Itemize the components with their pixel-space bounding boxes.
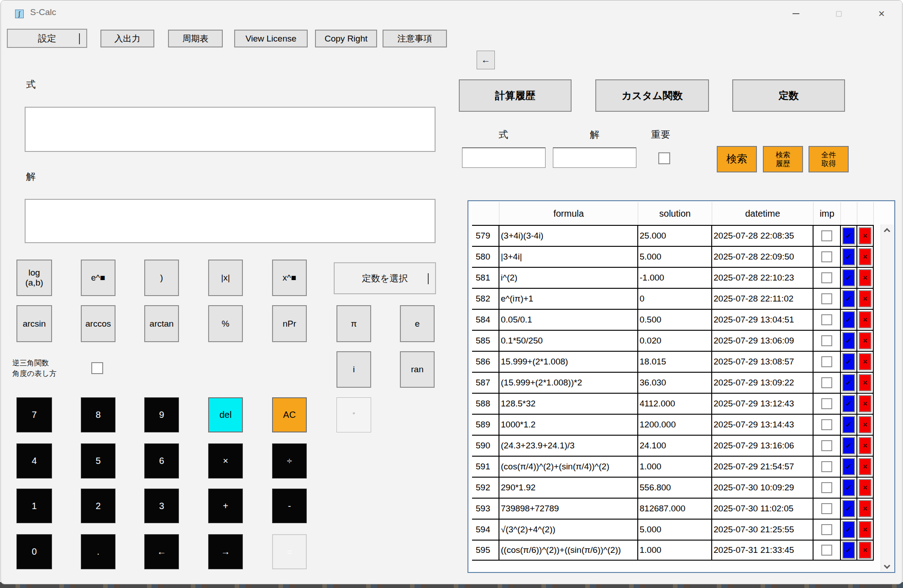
table-row[interactable]: 595((cos(π/6))^(2))+((sin(π/6))^(2))1.00… xyxy=(472,540,874,561)
key-larr-button[interactable]: ← xyxy=(144,534,179,569)
imp-checkbox[interactable] xyxy=(821,461,832,472)
table-row[interactable]: 58615.999+(2*1.008)18.0152025-07-29 13:0… xyxy=(472,351,874,372)
toolbar-view-license-button[interactable]: View License xyxy=(234,30,308,47)
key-add-button[interactable]: + xyxy=(208,489,243,523)
key-del-button[interactable]: del xyxy=(208,397,243,432)
confirm-button[interactable]: ✓ xyxy=(842,479,855,496)
confirm-button[interactable]: ✓ xyxy=(842,311,855,328)
table-row[interactable]: 590(24.3+23.9+24.1)/324.1002025-07-29 13… xyxy=(472,435,874,456)
key-k8-button[interactable]: 8 xyxy=(81,397,116,432)
key-eq-button[interactable]: = xyxy=(272,534,307,569)
toolbar-notes-button[interactable]: 注意事項 xyxy=(383,30,447,47)
table-row[interactable]: 580|3+4i|5.0002025-07-28 22:09:50✓× xyxy=(472,246,874,267)
delete-button[interactable]: × xyxy=(859,541,872,559)
key-arctan-button[interactable]: arctan xyxy=(144,305,179,342)
table-row[interactable]: 5840.05/0.10.5002025-07-29 13:04:51✓× xyxy=(472,309,874,330)
table-row[interactable]: 593739898+72789812687.0002025-07-30 11:0… xyxy=(472,498,874,519)
table-row[interactable]: 5891000*1.21200.0002025-07-29 13:14:43✓× xyxy=(472,414,874,435)
key-k9-button[interactable]: 9 xyxy=(144,397,179,432)
key-arccos-button[interactable]: arccos xyxy=(81,305,116,342)
key-npr-button[interactable]: nPr xyxy=(272,305,307,342)
minimize-button[interactable] xyxy=(782,6,809,21)
table-row[interactable]: 587(15.999+(2*1.008))*236.0302025-07-29 … xyxy=(472,372,874,393)
key-k2-button[interactable]: 2 xyxy=(81,489,116,523)
search-formula-input[interactable] xyxy=(462,147,546,168)
table-row[interactable]: 5850.1*50/2500.0202025-07-29 13:06:09✓× xyxy=(472,330,874,351)
delete-button[interactable]: × xyxy=(859,437,872,454)
delete-button[interactable]: × xyxy=(859,374,872,391)
imp-checkbox[interactable] xyxy=(821,356,832,367)
key-log-button[interactable]: log (a,b) xyxy=(16,260,52,296)
key-mul-button[interactable]: × xyxy=(208,443,243,479)
key-sub-button[interactable]: - xyxy=(272,489,307,523)
key-div-button[interactable]: ÷ xyxy=(272,443,307,479)
search-button[interactable]: 検索 xyxy=(717,146,757,172)
key-dot-button[interactable]: . xyxy=(81,534,116,569)
delete-button[interactable]: × xyxy=(859,227,872,245)
toolbar-copyright-button[interactable]: Copy Right xyxy=(315,30,377,47)
delete-button[interactable]: × xyxy=(859,416,872,433)
nav-custom-functions-button[interactable]: カスタム関数 xyxy=(595,79,709,112)
key-k6-button[interactable]: 6 xyxy=(144,443,179,479)
confirm-button[interactable]: ✓ xyxy=(842,332,855,349)
scroll-down-icon[interactable] xyxy=(884,562,890,569)
imp-checkbox[interactable] xyxy=(821,230,832,241)
scroll-up-icon[interactable] xyxy=(884,228,890,234)
imp-checkbox[interactable] xyxy=(821,440,832,451)
key-k5-button[interactable]: 5 xyxy=(81,443,116,479)
search-important-checkbox[interactable] xyxy=(658,152,670,164)
table-row[interactable]: 592290*1.92556.8002025-07-30 10:09:29✓× xyxy=(472,477,874,498)
confirm-button[interactable]: ✓ xyxy=(842,458,855,475)
table-row[interactable]: 594√(3^(2)+4^(2))5.0002025-07-30 21:25:5… xyxy=(472,519,874,540)
maximize-button[interactable] xyxy=(825,6,852,21)
delete-button[interactable]: × xyxy=(859,311,872,328)
confirm-button[interactable]: ✓ xyxy=(842,395,855,412)
confirm-button[interactable]: ✓ xyxy=(842,290,855,307)
search-history-button[interactable]: 検索 履歴 xyxy=(763,146,803,172)
close-button[interactable]: × xyxy=(868,6,895,21)
key-ac-button[interactable]: AC xyxy=(272,397,307,432)
confirm-button[interactable]: ✓ xyxy=(842,248,855,265)
fetch-all-button[interactable]: 全件 取得 xyxy=(808,146,849,172)
key-abs-button[interactable]: |x| xyxy=(208,260,243,296)
imp-checkbox[interactable] xyxy=(821,545,832,556)
angle-mode-checkbox[interactable] xyxy=(91,362,103,374)
formula-input[interactable] xyxy=(25,107,436,152)
key-e-button[interactable]: e xyxy=(400,305,435,342)
key-k1-button[interactable]: 1 xyxy=(16,489,52,523)
key-deg-button[interactable]: ° xyxy=(336,397,371,432)
solution-output[interactable] xyxy=(25,199,436,243)
key-pi-button[interactable]: π xyxy=(336,305,371,342)
back-button[interactable]: ← xyxy=(477,51,495,69)
table-row[interactable]: 582e^(iπ)+102025-07-28 22:11:02✓× xyxy=(472,288,874,309)
nav-constants-button[interactable]: 定数 xyxy=(732,79,845,112)
imp-checkbox[interactable] xyxy=(821,398,832,409)
key-ran-button[interactable]: ran xyxy=(400,351,435,388)
confirm-button[interactable]: ✓ xyxy=(842,353,855,370)
table-row[interactable]: 588128.5*324112.0002025-07-29 13:12:43✓× xyxy=(472,393,874,414)
key-pct-button[interactable]: % xyxy=(208,305,243,342)
imp-checkbox[interactable] xyxy=(821,482,832,493)
key-arcsin-button[interactable]: arcsin xyxy=(16,305,52,342)
key-k4-button[interactable]: 4 xyxy=(16,443,52,479)
key-epow-button[interactable]: e^■ xyxy=(81,260,116,296)
imp-checkbox[interactable] xyxy=(821,314,832,325)
confirm-button[interactable]: ✓ xyxy=(842,541,855,559)
delete-button[interactable]: × xyxy=(859,332,872,349)
delete-button[interactable]: × xyxy=(859,458,872,475)
key-k3-button[interactable]: 3 xyxy=(144,489,179,523)
table-row[interactable]: 581i^(2)-1.0002025-07-28 22:10:23✓× xyxy=(472,267,874,288)
confirm-button[interactable]: ✓ xyxy=(842,416,855,433)
delete-button[interactable]: × xyxy=(859,248,872,265)
confirm-button[interactable]: ✓ xyxy=(842,500,855,517)
imp-checkbox[interactable] xyxy=(821,251,832,262)
delete-button[interactable]: × xyxy=(859,395,872,412)
key-rarr-button[interactable]: → xyxy=(208,534,243,569)
confirm-button[interactable]: ✓ xyxy=(842,521,855,538)
toolbar-periodic-table-button[interactable]: 周期表 xyxy=(168,30,223,47)
delete-button[interactable]: × xyxy=(859,290,872,307)
key-k7-button[interactable]: 7 xyxy=(16,397,52,432)
delete-button[interactable]: × xyxy=(859,479,872,496)
delete-button[interactable]: × xyxy=(859,521,872,538)
nav-calc-history-button[interactable]: 計算履歴 xyxy=(459,79,572,112)
